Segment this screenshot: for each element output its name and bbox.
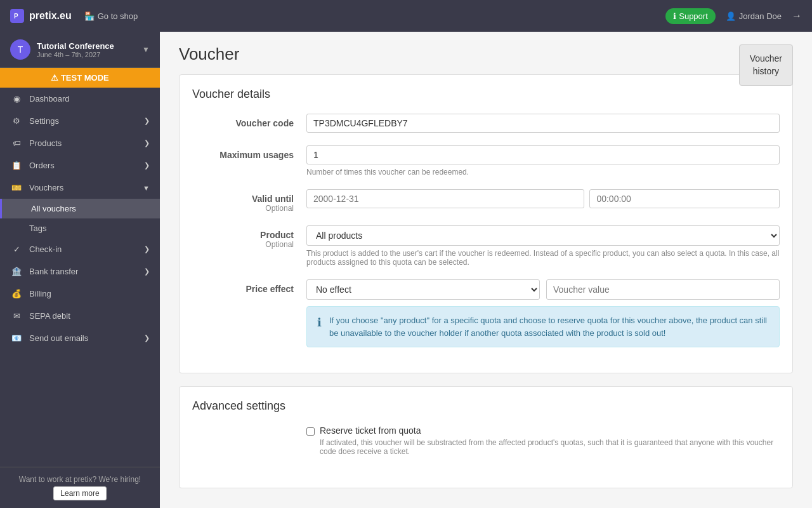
sidebar-sub-item-all-vouchers[interactable]: All vouchers xyxy=(0,199,160,218)
voucher-code-content xyxy=(306,114,780,133)
event-icon: T xyxy=(10,39,30,60)
sepa-icon: ✉ xyxy=(10,311,23,321)
voucher-code-input[interactable] xyxy=(306,114,780,133)
chevron-icon: ❯ xyxy=(144,267,150,276)
learn-more-button[interactable]: Learn more xyxy=(53,486,106,500)
reserve-ticket-label-group: Reserve ticket from quota If activated, … xyxy=(320,425,780,456)
sidebar-sub-item-tags[interactable]: Tags xyxy=(0,218,160,238)
price-effect-select[interactable]: No effect Set price Subtract from price … xyxy=(306,279,540,300)
sidebar-item-label: Vouchers xyxy=(29,183,63,192)
go-to-shop-link[interactable]: 🏪 Go to shop xyxy=(84,11,138,21)
check-in-icon: ✓ xyxy=(10,244,23,254)
advanced-settings-card: Advanced settings Reserve ticket from qu… xyxy=(179,386,793,488)
sidebar-item-orders[interactable]: 📋 Orders ❯ xyxy=(0,154,160,177)
voucher-details-card: Voucher details Voucher code Maximum usa… xyxy=(179,74,793,373)
sidebar-item-billing[interactable]: 💰 Billing xyxy=(0,283,160,305)
footer-text: Want to work at pretix? We're hiring! xyxy=(10,475,150,484)
reserve-ticket-hint: If activated, this voucher will be subst… xyxy=(320,438,780,456)
max-usages-label: Maximum usages xyxy=(192,145,306,177)
reserve-ticket-checkbox[interactable] xyxy=(306,427,315,436)
chevron-icon: ❯ xyxy=(144,161,150,170)
chevron-icon: ❯ xyxy=(144,245,150,253)
brand-logo[interactable]: P pretix.eu xyxy=(10,9,72,23)
products-icon: 🏷 xyxy=(10,138,23,148)
sidebar-item-bank-transfer[interactable]: 🏦 Bank transfer ❯ xyxy=(0,260,160,283)
navbar-right: ℹ Support 👤 Jordan Doe → xyxy=(665,8,802,24)
settings-icon: ⚙ xyxy=(10,116,23,126)
layout: T Tutorial Conference June 4th – 7th, 20… xyxy=(0,32,812,508)
svg-text:P: P xyxy=(14,13,18,20)
billing-icon: 💰 xyxy=(10,289,23,298)
sidebar-item-send-out-emails[interactable]: 📧 Send out emails ❯ xyxy=(0,327,160,349)
sidebar-nav: ◉ Dashboard ⚙ Settings ❯ 🏷 Products ❯ 📋 … xyxy=(0,88,160,467)
price-effect-row: Price effect No effect Set price Subtrac… xyxy=(192,279,780,347)
product-select[interactable]: All products xyxy=(306,225,780,246)
test-mode-bar: ⚠ TEST MODE xyxy=(0,68,160,88)
chevron-icon: ❯ xyxy=(144,117,150,125)
voucher-code-label: Voucher code xyxy=(192,114,306,133)
section-title: Voucher details xyxy=(192,88,780,101)
valid-until-label: Valid until Optional xyxy=(192,189,306,213)
product-content: All products This product is added to th… xyxy=(306,225,780,267)
price-effect-content: No effect Set price Subtract from price … xyxy=(306,279,780,347)
event-date: June 4th – 7th, 2027 xyxy=(37,51,142,58)
brand-name: pretix.eu xyxy=(29,10,72,22)
voucher-code-row: Voucher code xyxy=(192,114,780,133)
valid-until-time-input[interactable] xyxy=(589,189,780,208)
price-effect-inputs: No effect Set price Subtract from price … xyxy=(306,279,780,300)
voucher-value-input[interactable] xyxy=(546,279,780,300)
header-left: Voucher xyxy=(179,44,239,68)
sidebar-item-label: Settings xyxy=(29,116,59,126)
vouchers-icon: 🎫 xyxy=(10,183,23,192)
product-row: Product Optional All products This produ… xyxy=(192,225,780,267)
voucher-history-button[interactable]: Voucherhistory xyxy=(739,44,793,86)
sidebar-item-dashboard[interactable]: ◉ Dashboard xyxy=(0,88,160,110)
main-header: Voucher Voucherhistory xyxy=(179,44,793,68)
sidebar-item-label: Bank transfer xyxy=(29,267,78,276)
info-box: ℹ If you choose "any product" for a spec… xyxy=(306,306,780,347)
orders-icon: 📋 xyxy=(10,161,23,170)
sidebar-item-products[interactable]: 🏷 Products ❯ xyxy=(0,132,160,154)
navbar: P pretix.eu 🏪 Go to shop ℹ Support 👤 Jor… xyxy=(0,0,812,32)
info-text: If you choose "any product" for a specif… xyxy=(329,314,769,339)
event-arrow-icon: ▼ xyxy=(142,45,150,54)
max-usages-input[interactable] xyxy=(306,145,780,164)
sidebar-item-check-in[interactable]: ✓ Check-in ❯ xyxy=(0,238,160,260)
sidebar-item-label: Billing xyxy=(29,289,51,298)
sidebar-item-label: Products xyxy=(29,138,62,148)
email-icon: 📧 xyxy=(10,333,23,343)
sidebar-item-label: Dashboard xyxy=(29,94,70,104)
advanced-title: Advanced settings xyxy=(192,399,780,413)
max-usages-row: Maximum usages Number of times this vouc… xyxy=(192,145,780,177)
voucher-history-label: Voucherhistory xyxy=(750,53,782,76)
event-selector[interactable]: T Tutorial Conference June 4th – 7th, 20… xyxy=(0,32,160,68)
logout-button[interactable]: → xyxy=(792,10,802,22)
product-hint: This product is added to the user's cart… xyxy=(306,249,780,267)
sidebar-item-label: Orders xyxy=(29,161,55,170)
sidebar-item-settings[interactable]: ⚙ Settings ❯ xyxy=(0,110,160,132)
reserve-ticket-content: Reserve ticket from quota If activated, … xyxy=(306,425,780,462)
support-button[interactable]: ℹ Support xyxy=(665,8,716,24)
dashboard-icon: ◉ xyxy=(10,94,23,104)
max-usages-hint: Number of times this voucher can be rede… xyxy=(306,168,780,177)
bank-icon: 🏦 xyxy=(10,267,23,276)
chevron-icon: ❯ xyxy=(144,334,150,342)
date-time-row xyxy=(306,189,780,208)
sidebar-item-sepa-debit[interactable]: ✉ SEPA debit xyxy=(0,305,160,327)
reserve-ticket-label[interactable]: Reserve ticket from quota xyxy=(320,425,421,436)
support-icon: ℹ xyxy=(673,11,676,21)
sidebar-item-label: Check-in xyxy=(29,244,62,254)
product-label: Product Optional xyxy=(192,225,306,267)
valid-until-date-input[interactable] xyxy=(306,189,584,208)
reserve-ticket-form-label xyxy=(192,425,306,462)
reserve-ticket-row: Reserve ticket from quota If activated, … xyxy=(192,425,780,462)
chevron-expand-icon: ▼ xyxy=(143,184,150,192)
sidebar-item-label: Send out emails xyxy=(29,333,88,343)
user-menu[interactable]: 👤 Jordan Doe xyxy=(726,11,782,21)
event-info: Tutorial Conference June 4th – 7th, 2027 xyxy=(37,41,142,58)
sidebar-item-vouchers[interactable]: 🎫 Vouchers ▼ xyxy=(0,177,160,199)
sidebar-footer: Want to work at pretix? We're hiring! Le… xyxy=(0,467,160,508)
valid-until-row: Valid until Optional xyxy=(192,189,780,213)
max-usages-content: Number of times this voucher can be rede… xyxy=(306,145,780,177)
chevron-icon: ❯ xyxy=(144,139,150,147)
